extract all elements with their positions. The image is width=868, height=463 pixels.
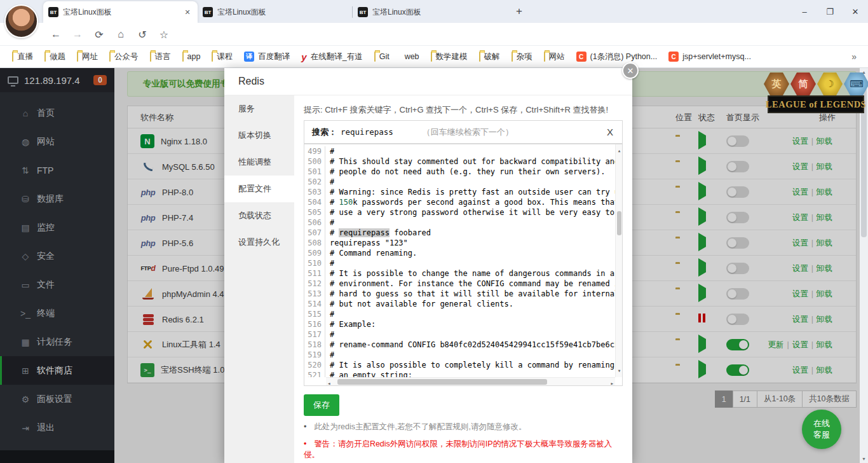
bookmark-item[interactable]: 数学建模 bbox=[431, 52, 468, 62]
editor-vscrollbar[interactable]: ▲ ▼ bbox=[615, 144, 622, 377]
bookmark-label: 破解 bbox=[484, 52, 500, 62]
bookmark-item[interactable]: 做题 bbox=[44, 52, 65, 62]
line-number: 504 bbox=[304, 197, 325, 207]
bookmark-item[interactable]: y在线翻译_有道 bbox=[301, 52, 362, 62]
bookmark-item[interactable]: 网站 bbox=[544, 52, 565, 62]
bookmark-label: 杂项 bbox=[517, 52, 532, 62]
lol-badge-icon[interactable]: 简 bbox=[790, 73, 816, 95]
page-scrollbar[interactable]: ▲ ▼ bbox=[860, 68, 868, 463]
undo-icon[interactable]: ↺ bbox=[133, 25, 151, 43]
code-line: 503# Warning: since Redis is pretty fast… bbox=[304, 187, 615, 197]
bookmark-label: 网站 bbox=[549, 52, 565, 62]
lol-banner[interactable]: LEAGUE of LEGENDS bbox=[768, 95, 864, 113]
bookmark-item[interactable]: 破解 bbox=[479, 52, 500, 62]
code-line: 505# use a very strong password otherwis… bbox=[304, 207, 615, 218]
code-line: 506# bbox=[304, 218, 615, 228]
code-text: # Warning: since Redis is pretty fast an… bbox=[325, 187, 615, 197]
minimize-button[interactable]: – bbox=[792, 0, 817, 23]
bookmark-label: 做题 bbox=[50, 52, 65, 62]
modal-tab-配置文件[interactable]: 配置文件 bbox=[224, 176, 294, 202]
code-line: 512# environment. For instance the CONFI… bbox=[304, 279, 615, 289]
bookmark-item[interactable]: Git bbox=[374, 52, 390, 61]
favorite-icon[interactable]: ☆ bbox=[155, 25, 173, 43]
browser-avatar[interactable] bbox=[4, 4, 38, 38]
line-number: 521 bbox=[304, 370, 325, 377]
modal-tab-负载状态[interactable]: 负载状态 bbox=[224, 202, 294, 229]
editor-scroll-up-icon[interactable]: ▲ bbox=[616, 146, 623, 156]
bookmark-label: 在线翻译_有道 bbox=[311, 52, 363, 62]
bookmark-label: 数学建模 bbox=[436, 52, 468, 62]
code-line: 521# an empty string: bbox=[304, 370, 615, 377]
bookmark-label: Git bbox=[379, 52, 390, 61]
bookmark-item[interactable]: 杂项 bbox=[512, 52, 532, 62]
bookmarks-overflow-icon[interactable]: » bbox=[846, 52, 862, 62]
bookmark-item[interactable]: C(1条消息) Python... bbox=[576, 52, 658, 62]
editor-scroll-down-icon[interactable]: ▼ bbox=[616, 366, 623, 376]
code-line: 518# rename-command CONFIG b840fc02d5240… bbox=[304, 340, 615, 350]
code-line: 515# bbox=[304, 309, 615, 319]
editor-scroll-right-icon[interactable]: ▶ bbox=[611, 378, 613, 386]
modal-tab-性能调整[interactable]: 性能调整 bbox=[224, 149, 294, 176]
browser-window: BT宝塔Linux面板✕BT宝塔Linux面板BT宝塔Linux面板+ – ❐ … bbox=[0, 0, 868, 463]
close-window-button[interactable]: ✕ bbox=[843, 0, 868, 23]
tab-strip: BT宝塔Linux面板✕BT宝塔Linux面板BT宝塔Linux面板+ bbox=[43, 0, 527, 23]
home-icon[interactable]: ⌂ bbox=[112, 25, 130, 43]
bookmark-item[interactable]: Cjsp+servlet+mysq... bbox=[668, 52, 751, 62]
code-text: # bbox=[325, 146, 334, 156]
line-number: 506 bbox=[304, 218, 325, 228]
back-icon[interactable]: ← bbox=[47, 25, 65, 43]
code-text: # an empty string: bbox=[325, 370, 412, 377]
bookmark-item[interactable]: 直播 bbox=[12, 52, 33, 62]
code-line: 504# 150k passwords per second against a… bbox=[304, 197, 615, 207]
modal-tab-服务[interactable]: 服务 bbox=[224, 95, 294, 122]
tab-title: 宝塔Linux面板 bbox=[63, 7, 182, 18]
browser-tab[interactable]: BT宝塔Linux面板✕ bbox=[43, 1, 198, 23]
tab-close-icon[interactable]: ✕ bbox=[182, 7, 193, 17]
save-button[interactable]: 保存 bbox=[304, 394, 339, 416]
scroll-down-icon[interactable]: ▼ bbox=[860, 457, 868, 461]
lol-ad-widget[interactable]: 英简☽⌨ LEAGUE of LEGENDS bbox=[764, 71, 867, 114]
code-line: 501# people do not need auth (e.g. they … bbox=[304, 167, 615, 177]
editor-vscroll-thumb[interactable] bbox=[617, 211, 621, 235]
browser-tab[interactable]: BT宝塔Linux面板 bbox=[353, 1, 507, 23]
code-line: 500# This should stay commented out for … bbox=[304, 156, 615, 167]
folder-icon bbox=[374, 52, 376, 61]
code-line: 508requirepass "123" bbox=[304, 238, 615, 248]
code-line: 513# hard to guess so that it will still… bbox=[304, 289, 615, 299]
browser-tab[interactable]: BT宝塔Linux面板 bbox=[198, 1, 352, 23]
bookmark-item[interactable]: 课程 bbox=[212, 52, 233, 62]
lol-badge-icon[interactable]: 英 bbox=[764, 73, 789, 95]
search-label: 搜索： bbox=[312, 127, 337, 138]
line-number: 507 bbox=[304, 228, 325, 238]
bookmark-item[interactable]: 公众号 bbox=[109, 52, 139, 62]
bookmark-item[interactable]: 译百度翻译 bbox=[244, 52, 290, 62]
editor-scroll-left-icon[interactable]: ◀ bbox=[328, 378, 330, 386]
bookmark-item[interactable]: 网址 bbox=[77, 52, 98, 62]
line-number: 511 bbox=[304, 268, 325, 279]
modal-tab-设置持久化[interactable]: 设置持久化 bbox=[224, 229, 294, 256]
close-icon[interactable]: ✕ bbox=[622, 62, 639, 79]
modal-title: Redis bbox=[224, 68, 632, 95]
lol-badge-icon[interactable]: ⌨ bbox=[844, 73, 868, 95]
search-value[interactable]: requirepass bbox=[341, 127, 393, 137]
shortcut-tip: 提示: Ctrl+F 搜索关键字，Ctrl+G 查找下一个，Ctrl+S 保存，… bbox=[304, 104, 608, 116]
line-number: 520 bbox=[304, 360, 325, 370]
code-line: 510# bbox=[304, 258, 615, 268]
bookmark-item[interactable]: 语言 bbox=[150, 52, 171, 62]
online-support-button[interactable]: 在线 客服 bbox=[802, 410, 841, 449]
folder-icon bbox=[182, 52, 184, 61]
bookmark-item[interactable]: web bbox=[401, 52, 419, 61]
editor-hscroll-thumb[interactable] bbox=[337, 379, 547, 385]
restore-button[interactable]: ❐ bbox=[817, 0, 843, 23]
modal-tab-版本切换[interactable]: 版本切换 bbox=[224, 122, 294, 149]
new-tab-button[interactable]: + bbox=[511, 4, 527, 20]
config-editor[interactable]: 499#500# This should stay commented out … bbox=[304, 144, 623, 386]
line-number: 512 bbox=[304, 279, 325, 289]
forward-icon[interactable]: → bbox=[69, 25, 86, 43]
reload-icon[interactable]: ⟳ bbox=[90, 25, 108, 43]
bookmark-item[interactable]: app bbox=[182, 52, 201, 61]
lol-badge-icon[interactable]: ☽ bbox=[817, 73, 843, 95]
search-close-icon[interactable]: X bbox=[607, 127, 613, 137]
baidu-translate-icon: 译 bbox=[244, 52, 254, 62]
editor-hscrollbar[interactable]: ◀ ▶ bbox=[326, 377, 615, 385]
